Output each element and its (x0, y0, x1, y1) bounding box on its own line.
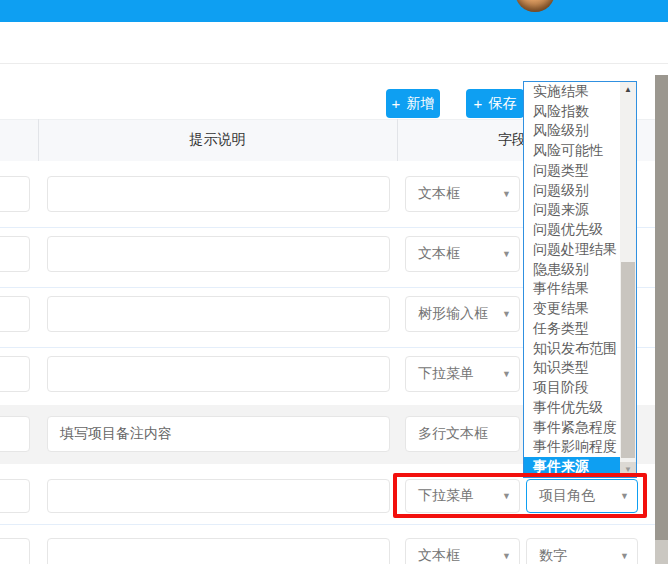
dropdown-option[interactable]: 隐患级别 (524, 260, 620, 280)
dropdown-option[interactable]: 变更结果 (524, 299, 620, 319)
dropdown-option[interactable]: 风险级别 (524, 122, 620, 142)
dropdown-option[interactable]: 事件结果 (524, 280, 620, 300)
field-type-select[interactable]: 文本框▼ (405, 236, 520, 272)
field-key-input[interactable] (0, 356, 30, 392)
page-scrollbar-thumb[interactable] (655, 75, 668, 540)
dropdown-option[interactable]: 知识类型 (524, 359, 620, 379)
field-key-input[interactable] (0, 416, 30, 452)
dropdown-option[interactable]: 事件紧急程度 (524, 418, 620, 438)
dropdown-option[interactable]: 项目阶段 (524, 378, 620, 398)
scroll-down-icon[interactable]: ▼ (620, 462, 636, 477)
dropdown-option[interactable]: 问题来源 (524, 201, 620, 221)
hint-description-input[interactable]: 填写项目备注内容 (47, 416, 390, 452)
page: + 新增 + 保存 提示说明 字段类型 文本框▼文本框▼树形输入框▼下拉菜单▼填… (0, 0, 668, 564)
field-key-input[interactable] (0, 538, 30, 564)
chevron-down-icon: ▼ (502, 189, 511, 199)
hint-description-input[interactable] (47, 356, 390, 392)
dropdown-option[interactable]: 事件优先级 (524, 398, 620, 418)
chevron-down-icon: ▼ (620, 491, 629, 501)
field-type-select[interactable]: 下拉菜单▼ (405, 479, 520, 513)
field-key-input[interactable] (0, 176, 30, 212)
page-scrollbar-track (655, 540, 668, 564)
field-type-select-value: 多行文本框 (418, 425, 488, 443)
hint-description-input[interactable] (47, 479, 390, 513)
field-value-select[interactable]: 数字▼ (526, 538, 638, 564)
row-divider (0, 524, 655, 525)
dropdown-option-list: 实施结果风险指数风险级别风险可能性问题类型问题级别问题来源问题优先级问题处理结果… (524, 82, 620, 477)
field-type-select-value: 下拉菜单 (418, 365, 474, 383)
dropdown-option[interactable]: 事件来源 (524, 457, 620, 477)
field-type-select-value: 文本框 (418, 185, 460, 203)
field-value-select-value: 数字 (539, 547, 567, 564)
dropdown-option[interactable]: 实施结果 (524, 82, 620, 102)
field-value-select[interactable]: 项目角色▼ (526, 479, 638, 513)
chevron-down-icon: ▼ (620, 551, 629, 561)
hint-description-input[interactable] (47, 296, 390, 332)
dropdown-option[interactable]: 问题处理结果 (524, 240, 620, 260)
dropdown-option[interactable]: 风险指数 (524, 102, 620, 122)
field-type-select-value: 文本框 (418, 245, 460, 263)
field-key-input[interactable] (0, 296, 30, 332)
dropdown-option[interactable]: 事件影响程度 (524, 438, 620, 458)
dropdown-scrollbar-thumb[interactable] (621, 262, 635, 458)
field-type-select[interactable]: 树形输入框▼ (405, 296, 520, 332)
dropdown-option[interactable]: 问题优先级 (524, 220, 620, 240)
dropdown-scrollbar[interactable]: ▲ ▼ (620, 82, 636, 477)
field-type-select[interactable]: 文本框▼ (405, 176, 520, 212)
field-key-input[interactable] (0, 236, 30, 272)
dropdown-option[interactable]: 知识发布范围 (524, 339, 620, 359)
hint-description-input[interactable] (47, 236, 390, 272)
chevron-down-icon: ▼ (502, 249, 511, 259)
field-key-input[interactable] (0, 479, 30, 513)
field-type-select[interactable]: 文本框▼ (405, 538, 520, 564)
field-type-select-value: 树形输入框 (418, 305, 488, 323)
field-type-select[interactable]: 下拉菜单▼ (405, 356, 520, 392)
hint-description-input[interactable] (47, 176, 390, 212)
field-type-select[interactable]: 多行文本框 (405, 416, 520, 452)
chevron-down-icon: ▼ (502, 369, 511, 379)
chevron-down-icon: ▼ (502, 309, 511, 319)
scroll-up-icon[interactable]: ▲ (620, 82, 636, 97)
hint-description-input[interactable] (47, 538, 390, 564)
field-type-dropdown-panel: 实施结果风险指数风险级别风险可能性问题类型问题级别问题来源问题优先级问题处理结果… (523, 81, 637, 478)
field-type-select-value: 下拉菜单 (418, 487, 474, 505)
dropdown-option[interactable]: 问题类型 (524, 161, 620, 181)
field-value-select-value: 项目角色 (539, 487, 595, 505)
page-scrollbar[interactable] (655, 63, 668, 564)
field-type-select-value: 文本框 (418, 547, 460, 564)
chevron-down-icon: ▼ (502, 491, 511, 501)
chevron-down-icon: ▼ (502, 551, 511, 561)
dropdown-option[interactable]: 问题级别 (524, 181, 620, 201)
dropdown-option[interactable]: 任务类型 (524, 319, 620, 339)
dropdown-option[interactable]: 风险可能性 (524, 141, 620, 161)
